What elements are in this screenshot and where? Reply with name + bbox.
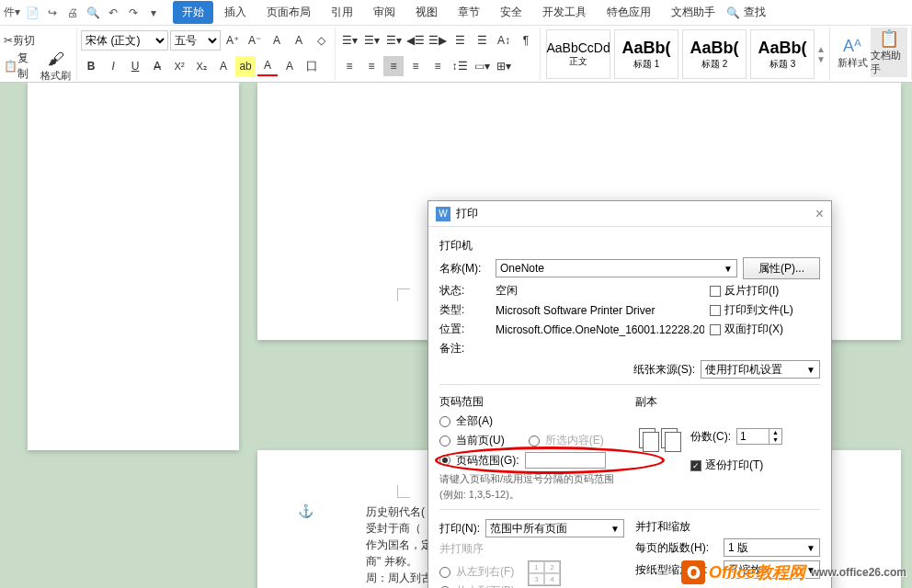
qa-dropdown-icon[interactable]: ▾ xyxy=(145,5,162,21)
style-h1[interactable]: AaBb(标题 1 xyxy=(614,29,678,79)
strike-button[interactable]: A̶ xyxy=(147,56,167,76)
underline-button[interactable]: U xyxy=(125,56,145,76)
document-area: ⚓ 历史朝代名( 受封于商（ 作为国名，定 商" 并称。 周：周人到古公亶父时，… xyxy=(0,83,912,588)
pagesper-label: 每页的版数(H): xyxy=(635,540,718,556)
tab-insert[interactable]: 插入 xyxy=(215,1,256,24)
showmarks-icon[interactable]: ¶ xyxy=(516,30,536,51)
align-dist-icon[interactable]: ≡ xyxy=(428,56,448,76)
range-hint: 请键入页码和/或用逗号分隔的页码范围 xyxy=(439,472,624,486)
line-spacing-icon[interactable]: ↕☰ xyxy=(450,56,470,76)
paper-source-combo[interactable]: 使用打印机设置▼ xyxy=(701,360,820,379)
qa-undo-icon[interactable]: ↶ xyxy=(105,5,121,21)
font-size-select[interactable]: 五号 xyxy=(170,30,221,51)
font-name-select[interactable]: 宋体 (正文) xyxy=(81,30,168,51)
copies-section-label: 副本 xyxy=(635,394,820,410)
range-current-radio[interactable] xyxy=(439,435,450,447)
duplex-checkbox[interactable]: 双面打印(X) xyxy=(710,322,820,337)
status-value: 空闲 xyxy=(496,283,704,299)
style-up-icon[interactable]: ▲ xyxy=(816,44,826,54)
bold-button[interactable]: B xyxy=(81,56,101,76)
case-b-icon[interactable]: A xyxy=(289,30,309,51)
qa-print-icon[interactable]: 🖨 xyxy=(64,5,81,21)
copies-label: 份数(C): xyxy=(690,429,731,445)
comment-label: 备注: xyxy=(439,341,490,356)
tab-start[interactable]: 开始 xyxy=(173,1,213,24)
qa-redo-icon[interactable]: ↷ xyxy=(125,5,142,21)
collate-checkbox[interactable]: ✓逐份打印(T) xyxy=(690,458,782,473)
multilevel-icon[interactable]: ☰▾ xyxy=(383,30,404,51)
doc-text: 受封于商（ xyxy=(366,520,421,537)
range-all-radio[interactable] xyxy=(439,416,450,427)
tab-chapter[interactable]: 章节 xyxy=(449,1,489,24)
numbering-icon[interactable]: ☰▾ xyxy=(361,30,382,51)
align-left-icon[interactable]: ≡ xyxy=(339,56,359,76)
chevron-down-icon: ▼ xyxy=(806,543,815,553)
align-center-icon[interactable]: ≡ xyxy=(361,56,382,76)
style-h3[interactable]: AaBb(标题 3 xyxy=(750,29,815,79)
new-style-button[interactable]: Aᴬ新样式 xyxy=(834,28,871,77)
indent-inc-icon[interactable]: ☰▶ xyxy=(428,30,448,51)
tab-special[interactable]: 特色应用 xyxy=(598,1,660,24)
borders-icon[interactable]: ⊞▾ xyxy=(494,56,514,76)
close-icon[interactable]: × xyxy=(815,206,824,222)
pagesper-combo[interactable]: 1 版▼ xyxy=(724,538,820,557)
watermark-url: www.office26.com xyxy=(811,566,906,579)
indent-dec-icon[interactable]: ◀☰ xyxy=(405,30,426,51)
range-pages-radio[interactable] xyxy=(439,455,450,466)
reverse-print-checkbox[interactable]: 反片打印(I) xyxy=(710,283,820,299)
align-right-icon[interactable]: ≡ xyxy=(383,56,404,76)
ltr-icon[interactable]: ☰ xyxy=(450,30,470,51)
align-justify-icon[interactable]: ≡ xyxy=(405,56,426,76)
char-border-button[interactable]: 囗 xyxy=(302,56,322,76)
qa-arrow-icon[interactable]: ↪ xyxy=(44,5,61,21)
range-pages-label: 页码范围(G): xyxy=(456,453,519,469)
qa-save-icon[interactable]: 📄 xyxy=(24,5,40,21)
properties-button[interactable]: 属性(P)... xyxy=(743,257,820,279)
tab-review[interactable]: 审阅 xyxy=(364,1,405,24)
tab-docassist[interactable]: 文档助手 xyxy=(662,1,724,24)
style-h2[interactable]: AaBb(标题 2 xyxy=(682,29,747,79)
bullets-icon[interactable]: ☰▾ xyxy=(339,30,359,51)
tab-reference[interactable]: 引用 xyxy=(322,1,362,24)
tab-view[interactable]: 视图 xyxy=(406,1,447,24)
spinner-down-icon[interactable]: ▼ xyxy=(769,436,781,444)
printer-name-combo[interactable]: OneNote▼ xyxy=(496,259,737,277)
shrink-font-icon[interactable]: A⁻ xyxy=(245,30,265,51)
range-selection-radio xyxy=(529,435,540,447)
case-a-icon[interactable]: A xyxy=(267,30,287,51)
char-shading-button[interactable]: A xyxy=(279,56,300,76)
sort-icon[interactable]: A↕ xyxy=(494,30,514,51)
menu-bar: 件▾ 📄 ↪ 🖨 🔍 ↶ ↷ ▾ 开始 插入 页面布局 引用 审阅 视图 章节 … xyxy=(0,0,912,26)
paragraph-group: ☰▾ ☰▾ ☰▾ ◀☰ ☰▶ ☰ ☰ A↕ ¶ ≡ ≡ ≡ ≡ ≡ ↕☰ ▭▾ … xyxy=(336,28,541,80)
italic-button[interactable]: I xyxy=(103,56,123,76)
copy-button[interactable]: 📋复制 xyxy=(4,56,37,76)
font-effect-button[interactable]: A xyxy=(213,56,234,76)
printn-combo[interactable]: 范围中所有页面▼ xyxy=(485,519,624,537)
font-color-button[interactable]: A xyxy=(257,56,278,76)
grow-font-icon[interactable]: A⁺ xyxy=(222,30,243,51)
location-value: Microsoft.Office.OneNote_16001.12228.201… xyxy=(496,323,704,336)
super-button[interactable]: X² xyxy=(169,56,189,76)
sub-button[interactable]: X₂ xyxy=(191,56,211,76)
highlight-button[interactable]: ab xyxy=(235,56,256,76)
page-range-section: 页码范围 全部(A) 当前页(U) 所选内容(E) 页码范围(G): 请键入页码… xyxy=(439,390,624,503)
style-normal[interactable]: AaBbCcDd正文 xyxy=(546,29,610,79)
rtl-icon[interactable]: ☰ xyxy=(472,30,492,51)
page-range-input[interactable] xyxy=(525,452,606,469)
doc-assist-button[interactable]: 📋文档助手 xyxy=(871,28,907,77)
clear-format-icon[interactable]: ◇ xyxy=(311,30,331,51)
print-to-file-checkbox[interactable]: 打印到文件(L) xyxy=(710,302,820,318)
cut-button[interactable]: ✂ 剪切 xyxy=(4,30,35,51)
spinner-up-icon[interactable]: ▲ xyxy=(769,429,781,436)
shading-icon[interactable]: ▭▾ xyxy=(472,56,492,76)
tab-security[interactable]: 安全 xyxy=(491,1,531,24)
file-menu-icon[interactable]: 件▾ xyxy=(4,5,20,21)
tab-devtools[interactable]: 开发工具 xyxy=(533,1,596,24)
range-all-label: 全部(A) xyxy=(456,413,493,429)
clipboard-group: ✂ 剪切 📋复制 🖌格式刷 xyxy=(0,28,77,80)
style-down-icon[interactable]: ▼ xyxy=(816,54,826,64)
copies-spinner[interactable]: ▲▼ xyxy=(736,428,782,445)
qa-preview-icon[interactable]: 🔍 xyxy=(85,5,101,21)
tab-layout[interactable]: 页面布局 xyxy=(257,1,320,24)
search-area[interactable]: 🔍 查找 xyxy=(726,5,766,20)
